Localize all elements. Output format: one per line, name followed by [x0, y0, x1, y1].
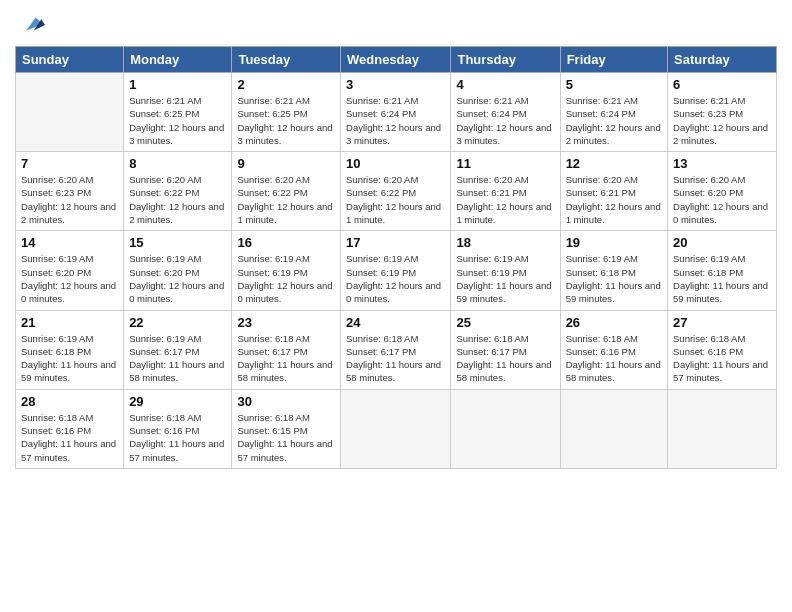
calendar-cell: 8Sunrise: 6:20 AMSunset: 6:22 PMDaylight… — [124, 152, 232, 231]
sunset-text: Sunset: 6:15 PM — [237, 424, 335, 437]
calendar-cell: 25Sunrise: 6:18 AMSunset: 6:17 PMDayligh… — [451, 310, 560, 389]
calendar-cell — [16, 73, 124, 152]
day-number: 23 — [237, 315, 335, 330]
day-info: Sunrise: 6:19 AMSunset: 6:17 PMDaylight:… — [129, 332, 226, 385]
day-info: Sunrise: 6:19 AMSunset: 6:19 PMDaylight:… — [456, 252, 554, 305]
sunrise-text: Sunrise: 6:21 AM — [129, 94, 226, 107]
calendar-week-3: 21Sunrise: 6:19 AMSunset: 6:18 PMDayligh… — [16, 310, 777, 389]
day-number: 2 — [237, 77, 335, 92]
sunrise-text: Sunrise: 6:19 AM — [673, 252, 771, 265]
day-info: Sunrise: 6:21 AMSunset: 6:25 PMDaylight:… — [237, 94, 335, 147]
day-info: Sunrise: 6:20 AMSunset: 6:20 PMDaylight:… — [673, 173, 771, 226]
sunset-text: Sunset: 6:16 PM — [129, 424, 226, 437]
day-number: 6 — [673, 77, 771, 92]
calendar-week-4: 28Sunrise: 6:18 AMSunset: 6:16 PMDayligh… — [16, 389, 777, 468]
calendar-cell: 5Sunrise: 6:21 AMSunset: 6:24 PMDaylight… — [560, 73, 667, 152]
logo — [15, 10, 45, 38]
day-info: Sunrise: 6:19 AMSunset: 6:20 PMDaylight:… — [129, 252, 226, 305]
day-number: 9 — [237, 156, 335, 171]
sunset-text: Sunset: 6:20 PM — [21, 266, 118, 279]
sunrise-text: Sunrise: 6:21 AM — [673, 94, 771, 107]
calendar-cell: 27Sunrise: 6:18 AMSunset: 6:16 PMDayligh… — [668, 310, 777, 389]
logo-icon — [17, 10, 45, 38]
sunrise-text: Sunrise: 6:19 AM — [21, 252, 118, 265]
daylight-text: Daylight: 11 hours and 59 minutes. — [566, 279, 662, 306]
daylight-text: Daylight: 12 hours and 2 minutes. — [129, 200, 226, 227]
sunrise-text: Sunrise: 6:18 AM — [456, 332, 554, 345]
day-number: 15 — [129, 235, 226, 250]
calendar-cell: 15Sunrise: 6:19 AMSunset: 6:20 PMDayligh… — [124, 231, 232, 310]
sunset-text: Sunset: 6:20 PM — [129, 266, 226, 279]
day-number: 27 — [673, 315, 771, 330]
calendar-week-0: 1Sunrise: 6:21 AMSunset: 6:25 PMDaylight… — [16, 73, 777, 152]
day-info: Sunrise: 6:18 AMSunset: 6:16 PMDaylight:… — [566, 332, 662, 385]
calendar-header-row: SundayMondayTuesdayWednesdayThursdayFrid… — [16, 47, 777, 73]
sunrise-text: Sunrise: 6:18 AM — [673, 332, 771, 345]
daylight-text: Daylight: 12 hours and 0 minutes. — [673, 200, 771, 227]
day-number: 10 — [346, 156, 445, 171]
sunrise-text: Sunrise: 6:18 AM — [346, 332, 445, 345]
sunset-text: Sunset: 6:19 PM — [456, 266, 554, 279]
day-number: 22 — [129, 315, 226, 330]
daylight-text: Daylight: 11 hours and 58 minutes. — [456, 358, 554, 385]
sunset-text: Sunset: 6:25 PM — [129, 107, 226, 120]
day-info: Sunrise: 6:18 AMSunset: 6:17 PMDaylight:… — [346, 332, 445, 385]
sunset-text: Sunset: 6:24 PM — [566, 107, 662, 120]
sunrise-text: Sunrise: 6:18 AM — [237, 332, 335, 345]
sunrise-text: Sunrise: 6:20 AM — [456, 173, 554, 186]
page: SundayMondayTuesdayWednesdayThursdayFrid… — [0, 0, 792, 612]
column-header-tuesday: Tuesday — [232, 47, 341, 73]
sunrise-text: Sunrise: 6:19 AM — [237, 252, 335, 265]
day-number: 13 — [673, 156, 771, 171]
sunset-text: Sunset: 6:18 PM — [566, 266, 662, 279]
daylight-text: Daylight: 11 hours and 58 minutes. — [346, 358, 445, 385]
day-info: Sunrise: 6:21 AMSunset: 6:24 PMDaylight:… — [346, 94, 445, 147]
daylight-text: Daylight: 11 hours and 59 minutes. — [21, 358, 118, 385]
daylight-text: Daylight: 12 hours and 2 minutes. — [673, 121, 771, 148]
column-header-saturday: Saturday — [668, 47, 777, 73]
day-number: 7 — [21, 156, 118, 171]
daylight-text: Daylight: 11 hours and 58 minutes. — [237, 358, 335, 385]
calendar-cell: 14Sunrise: 6:19 AMSunset: 6:20 PMDayligh… — [16, 231, 124, 310]
calendar-cell: 6Sunrise: 6:21 AMSunset: 6:23 PMDaylight… — [668, 73, 777, 152]
calendar-cell: 13Sunrise: 6:20 AMSunset: 6:20 PMDayligh… — [668, 152, 777, 231]
sunrise-text: Sunrise: 6:20 AM — [21, 173, 118, 186]
calendar-cell: 7Sunrise: 6:20 AMSunset: 6:23 PMDaylight… — [16, 152, 124, 231]
sunset-text: Sunset: 6:24 PM — [346, 107, 445, 120]
column-header-friday: Friday — [560, 47, 667, 73]
day-info: Sunrise: 6:21 AMSunset: 6:24 PMDaylight:… — [456, 94, 554, 147]
day-number: 28 — [21, 394, 118, 409]
day-number: 11 — [456, 156, 554, 171]
sunset-text: Sunset: 6:25 PM — [237, 107, 335, 120]
sunset-text: Sunset: 6:19 PM — [346, 266, 445, 279]
sunrise-text: Sunrise: 6:19 AM — [129, 252, 226, 265]
day-info: Sunrise: 6:18 AMSunset: 6:17 PMDaylight:… — [237, 332, 335, 385]
sunrise-text: Sunrise: 6:18 AM — [129, 411, 226, 424]
calendar-cell: 1Sunrise: 6:21 AMSunset: 6:25 PMDaylight… — [124, 73, 232, 152]
sunrise-text: Sunrise: 6:21 AM — [566, 94, 662, 107]
day-info: Sunrise: 6:19 AMSunset: 6:19 PMDaylight:… — [237, 252, 335, 305]
calendar-table: SundayMondayTuesdayWednesdayThursdayFrid… — [15, 46, 777, 469]
calendar-cell: 29Sunrise: 6:18 AMSunset: 6:16 PMDayligh… — [124, 389, 232, 468]
sunset-text: Sunset: 6:21 PM — [566, 186, 662, 199]
day-info: Sunrise: 6:19 AMSunset: 6:18 PMDaylight:… — [673, 252, 771, 305]
calendar-cell — [668, 389, 777, 468]
sunset-text: Sunset: 6:21 PM — [456, 186, 554, 199]
daylight-text: Daylight: 12 hours and 0 minutes. — [237, 279, 335, 306]
calendar-cell: 2Sunrise: 6:21 AMSunset: 6:25 PMDaylight… — [232, 73, 341, 152]
day-info: Sunrise: 6:19 AMSunset: 6:20 PMDaylight:… — [21, 252, 118, 305]
calendar-cell — [341, 389, 451, 468]
sunset-text: Sunset: 6:22 PM — [129, 186, 226, 199]
daylight-text: Daylight: 12 hours and 1 minute. — [566, 200, 662, 227]
sunrise-text: Sunrise: 6:18 AM — [566, 332, 662, 345]
day-number: 26 — [566, 315, 662, 330]
calendar-cell: 30Sunrise: 6:18 AMSunset: 6:15 PMDayligh… — [232, 389, 341, 468]
sunset-text: Sunset: 6:22 PM — [346, 186, 445, 199]
day-number: 18 — [456, 235, 554, 250]
day-number: 24 — [346, 315, 445, 330]
sunrise-text: Sunrise: 6:20 AM — [237, 173, 335, 186]
calendar-cell: 22Sunrise: 6:19 AMSunset: 6:17 PMDayligh… — [124, 310, 232, 389]
day-number: 1 — [129, 77, 226, 92]
sunrise-text: Sunrise: 6:21 AM — [237, 94, 335, 107]
day-info: Sunrise: 6:21 AMSunset: 6:23 PMDaylight:… — [673, 94, 771, 147]
